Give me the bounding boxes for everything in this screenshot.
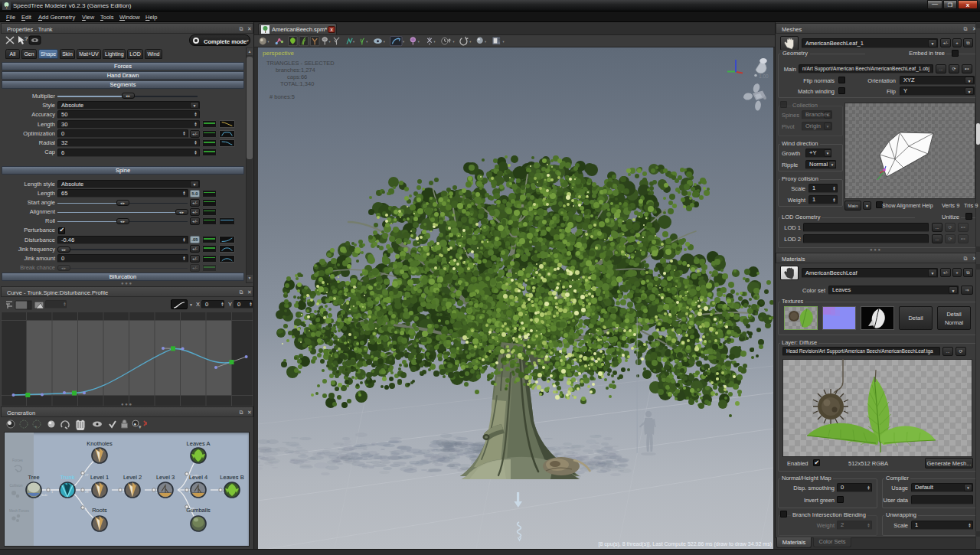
svg-text:●: ● — [134, 422, 137, 426]
svg-text:▾: ▾ — [453, 39, 456, 43]
svg-text:▾: ▾ — [485, 39, 487, 43]
svg-text:TRIANGLES - SELECTED: TRIANGLES - SELECTED — [266, 60, 335, 67]
svg-text:TOTAL:1,340: TOTAL:1,340 — [280, 80, 314, 87]
svg-text:Trunk: Trunk — [60, 474, 75, 481]
svg-text:▾: ▾ — [139, 424, 142, 429]
svg-text:Gumballs: Gumballs — [186, 507, 211, 514]
svg-text:▾: ▾ — [433, 39, 436, 43]
svg-text:Leaves B: Leaves B — [220, 474, 243, 481]
svg-text:27: 27 — [85, 473, 89, 477]
svg-text:Tree: Tree — [28, 474, 39, 481]
svg-text:branches:1,274: branches:1,274 — [276, 67, 315, 73]
svg-text:▾: ▾ — [403, 39, 405, 43]
svg-text:+: + — [34, 424, 38, 429]
svg-text:Level 1: Level 1 — [90, 474, 109, 481]
svg-text:28: 28 — [85, 490, 89, 494]
svg-text:perspective: perspective — [263, 50, 294, 57]
svg-text:▾: ▾ — [418, 39, 420, 43]
svg-text:1.00: 1.00 — [759, 73, 769, 79]
svg-text:caps:66: caps:66 — [287, 73, 307, 80]
svg-text:Leaves A: Leaves A — [187, 440, 211, 447]
svg-text:▾: ▾ — [384, 39, 386, 43]
svg-text:Level 3: Level 3 — [156, 474, 175, 481]
svg-text:Level 4: Level 4 — [189, 474, 207, 481]
svg-text:# bones:5: # bones:5 — [270, 93, 295, 100]
svg-text:Collision: Collision — [9, 484, 23, 488]
svg-text:?: ? — [24, 35, 28, 42]
svg-text:Forces: Forces — [12, 459, 24, 462]
svg-text:▾: ▾ — [268, 39, 270, 43]
svg-text:▾: ▾ — [366, 39, 368, 43]
svg-text:[8 cpu(s), 8 thread(s)], Last: [8 cpu(s), 8 thread(s)], Last Compute 52… — [599, 541, 772, 547]
svg-text:▾: ▾ — [329, 39, 332, 43]
svg-text:Mesh Forces: Mesh Forces — [9, 509, 30, 513]
svg-text:Level 2: Level 2 — [123, 474, 142, 481]
svg-text:▾: ▾ — [353, 39, 355, 43]
svg-text:Roots: Roots — [92, 507, 107, 514]
svg-text:Knotholes: Knotholes — [87, 440, 113, 447]
svg-text:▾: ▾ — [502, 39, 505, 43]
svg-text:1: 1 — [51, 490, 54, 494]
svg-text:▾: ▾ — [469, 39, 472, 43]
